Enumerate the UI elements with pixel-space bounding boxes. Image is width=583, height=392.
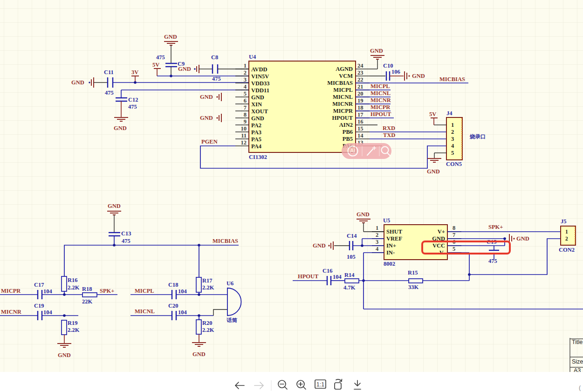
gnd-label: GND (200, 115, 213, 121)
j4-note: 烧录口 (469, 134, 486, 139)
svg-text:PA2: PA2 (251, 122, 261, 129)
gnd-label: GND (178, 66, 191, 72)
svg-text:GND: GND (251, 94, 264, 101)
net-label-spk: SPK+ (488, 224, 503, 230)
net-label-micpr: MICPR (1, 288, 21, 294)
svg-text:GND: GND (251, 115, 264, 122)
gnd-label: GND (108, 203, 121, 209)
gnd-label: GND (412, 73, 425, 79)
res-ref: R17 (202, 277, 213, 284)
connector-part: CON2 (559, 247, 575, 253)
svg-text:MICPL: MICPL (333, 87, 353, 93)
gnd-label: GND (427, 168, 440, 175)
net-label-micbias: MICBIAS (439, 76, 465, 83)
cap-ref: C19 (34, 303, 44, 309)
net-label-micbias: MICBIAS (213, 238, 238, 244)
svg-text:14: 14 (357, 132, 364, 139)
gnd-label: GND (370, 48, 383, 54)
gnd-bar-icon (89, 82, 90, 83)
svg-text:5: 5 (451, 150, 454, 156)
net-label: HPOUT (370, 111, 391, 117)
svg-text:7: 7 (453, 232, 455, 238)
res-value: 2.2K (202, 284, 214, 291)
ic-designator: U4 (249, 54, 256, 60)
ai-watermark-toolbar: AI (342, 143, 391, 159)
res-value: 22K (82, 298, 93, 305)
cap-value: 104 (43, 288, 53, 295)
svg-text:12: 12 (241, 139, 247, 146)
connector-designator: J4 (446, 110, 453, 117)
cap-value: 475 (212, 76, 221, 82)
actual-size-button[interactable]: 1:1 (315, 380, 326, 388)
net-label: MICNR (370, 97, 391, 103)
net-label-micnl: MICNL (135, 308, 155, 315)
cap-value: 105 (347, 254, 356, 260)
svg-text:VCC: VCC (432, 242, 445, 249)
svg-text:23: 23 (357, 69, 364, 76)
svg-text:VDD11: VDD11 (251, 87, 269, 94)
svg-text:1: 1 (376, 225, 378, 231)
svg-text:22: 22 (357, 76, 364, 83)
svg-text:PB5: PB5 (343, 136, 353, 142)
schematic-canvas: GND C11 475 3V C12 475 GND GND (0, 0, 583, 392)
svg-text:24: 24 (357, 62, 364, 69)
svg-text:PA3: PA3 (251, 129, 261, 136)
j5-pin-number: 1 (565, 229, 568, 234)
res-ref: R16 (68, 277, 78, 283)
schematic-viewer: GND C11 475 3V C12 475 GND GND (0, 0, 583, 392)
power-label: 3V (131, 69, 138, 76)
gnd-label: GND (357, 211, 370, 218)
svg-text:8: 8 (453, 225, 455, 231)
sheet-grid (0, 0, 583, 372)
cap-ref: C12 (128, 96, 138, 103)
svg-text:AVDD: AVDD (251, 66, 267, 73)
svg-text:SHUT: SHUT (386, 228, 403, 235)
svg-text:VDD33: VDD33 (251, 80, 270, 87)
cap-ref: C11 (104, 69, 114, 76)
svg-text:17: 17 (357, 111, 364, 118)
svg-text:1: 1 (244, 62, 247, 69)
cap-ref: C10 (383, 62, 393, 69)
svg-text:IN+: IN+ (386, 242, 396, 249)
cap-value: 104 (178, 288, 187, 295)
ic-designator: U5 (383, 217, 390, 224)
res-value: 2.2K (202, 327, 214, 333)
cap-value: 475 (488, 258, 497, 264)
svg-text:1: 1 (451, 122, 454, 128)
svg-text:10: 10 (241, 125, 247, 132)
svg-text:18: 18 (357, 104, 364, 111)
svg-text:PA4: PA4 (251, 143, 262, 150)
viewer-bottom-bar (0, 372, 583, 392)
svg-text:HPOUT: HPOUT (332, 115, 353, 121)
svg-text:19: 19 (357, 97, 364, 104)
gnd-label: GND (192, 351, 206, 358)
cap-ref: C18 (168, 282, 178, 288)
gnd-label: GND (71, 79, 84, 86)
gnd-label: GND (200, 94, 213, 100)
cap-value: 104 (43, 309, 53, 316)
ic-part-number: 8002 (384, 261, 395, 267)
cap-value: 475 (156, 54, 165, 61)
title-block-title-label: Title (572, 339, 583, 345)
cap-ref: C13 (121, 230, 131, 237)
mic-designator: U6 (226, 280, 233, 287)
svg-text:6: 6 (244, 97, 247, 104)
svg-text:4: 4 (451, 143, 454, 149)
net-label-pgen: PGEN (201, 138, 218, 145)
svg-text:VREF: VREF (386, 235, 402, 242)
svg-text:3: 3 (451, 136, 454, 142)
cap-value: 475 (128, 103, 137, 110)
gnd-label: GND (313, 242, 326, 249)
svg-text:2: 2 (244, 69, 247, 76)
res-ref: R19 (68, 320, 78, 326)
svg-text:AIN2: AIN2 (339, 122, 353, 128)
svg-text:XOUT: XOUT (251, 108, 268, 115)
net-label-hpout: HPOUT (298, 273, 319, 280)
net-label-txd: TXD (383, 132, 395, 138)
net-label-rxd: RXD (383, 125, 395, 131)
svg-text:PA5: PA5 (251, 136, 261, 143)
res-ref: R18 (82, 286, 92, 292)
cap-value: 104 (333, 274, 342, 280)
svg-text:9: 9 (244, 118, 247, 125)
cap-value: 106 (391, 69, 400, 75)
